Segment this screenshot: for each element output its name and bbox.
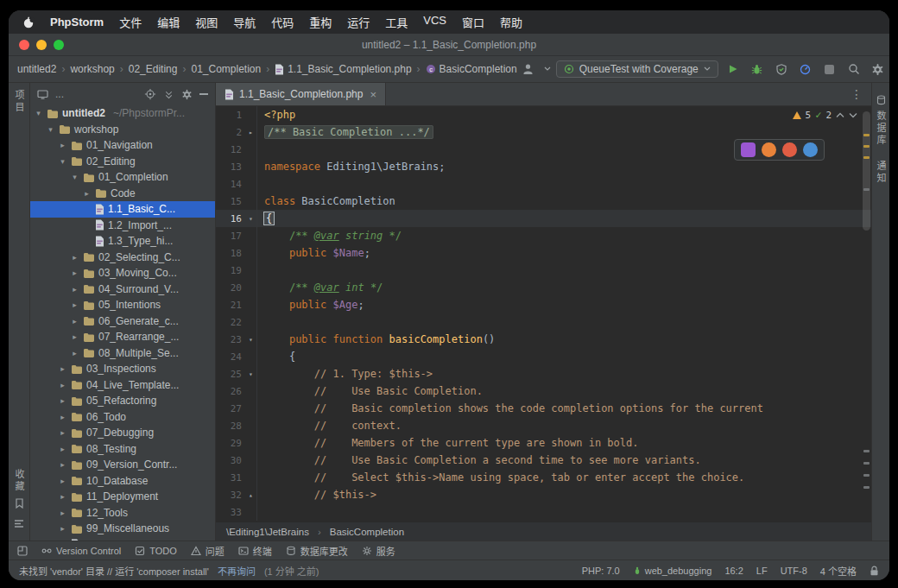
indent-widget[interactable]: 4 个空格 <box>820 564 857 578</box>
tree-chevron-icon[interactable]: ▸ <box>82 189 92 198</box>
run-with-coverage-button[interactable] <box>772 60 791 79</box>
tree-chevron-icon[interactable]: ▾ <box>34 109 43 117</box>
tree-item[interactable]: ▸08_Multiple_Se... <box>30 345 215 362</box>
tool-window-problems[interactable]: 问题 <box>191 544 224 558</box>
tree-item[interactable]: ▾untitled2~/PhpstormPr... <box>30 105 215 122</box>
code-line[interactable]: 33 <box>216 503 871 521</box>
php-version-widget[interactable]: PHP: 7.0 <box>582 566 620 576</box>
menu-item[interactable]: 工具 <box>385 14 408 30</box>
code-line[interactable]: 15class BasicCompletion <box>216 193 871 210</box>
tree-item[interactable]: ▸01_Navigation <box>30 137 215 154</box>
fold-marker-icon[interactable]: ▴ <box>245 486 257 503</box>
tree-chevron-icon[interactable]: ▸ <box>70 285 79 294</box>
profiler-button[interactable] <box>796 60 815 79</box>
breadcrumb-namespace[interactable]: \Editing1\JetBrains <box>226 527 309 537</box>
tree-item[interactable]: ▸06_Todo <box>30 409 215 426</box>
tool-window-services[interactable]: 服务 <box>362 544 395 558</box>
tool-window-button-project[interactable]: 项目 <box>12 90 26 114</box>
tab-options-icon[interactable]: ⋮ <box>842 87 871 101</box>
code-line[interactable]: 25▾ // 1. Type: $this-> <box>216 365 871 383</box>
menu-item[interactable]: 运行 <box>347 14 370 30</box>
close-window-button[interactable] <box>19 40 29 50</box>
caret-position-widget[interactable]: 16:2 <box>724 566 743 576</box>
stop-button[interactable] <box>820 60 839 79</box>
code-line[interactable]: 2▸/** Basic Completion ...*/ <box>216 123 871 141</box>
menu-item[interactable]: VCS <box>423 14 446 30</box>
tree-chevron-icon[interactable]: ▾ <box>46 125 55 134</box>
code-with-me-user-icon[interactable] <box>520 60 539 79</box>
minimize-window-button[interactable] <box>36 40 47 50</box>
tree-chevron-icon[interactable]: ▸ <box>58 524 67 533</box>
debug-button[interactable] <box>748 60 767 79</box>
ide-browser-icon[interactable] <box>741 142 756 157</box>
tree-chevron-icon[interactable]: ▸ <box>58 364 67 373</box>
edge-icon[interactable] <box>803 142 818 157</box>
run-configuration-select[interactable]: QueueTest with Coverage <box>556 60 718 78</box>
tree-item[interactable]: ▸09_Version_Contr... <box>30 457 215 473</box>
fold-marker-icon[interactable]: ▾ <box>245 331 257 348</box>
tree-chevron-icon[interactable]: ▸ <box>70 317 79 326</box>
tree-chevron-icon[interactable]: ▸ <box>58 460 67 469</box>
tree-chevron-icon[interactable]: ▾ <box>70 173 79 181</box>
tree-chevron-icon[interactable]: ▸ <box>58 413 67 421</box>
tree-item[interactable]: ▸03_Moving_Co... <box>30 265 215 281</box>
tree-chevron-icon[interactable]: ▸ <box>58 509 67 517</box>
menu-item[interactable]: 视图 <box>195 14 218 30</box>
tool-window-switcher-icon[interactable] <box>17 546 28 556</box>
tree-item[interactable]: ▾02_Editing <box>30 154 215 170</box>
tree-item[interactable]: ▸06_Generate_c... <box>30 313 215 330</box>
lock-icon[interactable] <box>870 566 879 576</box>
code-line[interactable]: 30 // Use Basic Completion a second time… <box>216 452 871 469</box>
collapse-all-icon[interactable] <box>163 89 174 100</box>
tree-item[interactable]: ▸99_Miscellaneous <box>30 521 215 537</box>
tool-window-database-changes[interactable]: 数据库更改 <box>286 544 348 558</box>
breadcrumb-project[interactable]: untitled2 <box>17 63 56 75</box>
tool-window-button-notifications[interactable]: 通知 <box>874 161 888 185</box>
tree-chevron-icon[interactable]: ▸ <box>70 300 79 309</box>
tree-item[interactable]: 1.2_Import_... <box>30 218 215 234</box>
code-line[interactable]: 29 // Members of the current type are sh… <box>216 434 871 452</box>
code-line[interactable]: 21 public $Age; <box>216 296 871 313</box>
bookmark-icon[interactable] <box>15 498 24 509</box>
code-line[interactable]: 22 <box>216 313 871 331</box>
editor-tab[interactable]: 1.1_Basic_Completion.php × <box>216 83 386 105</box>
tree-chevron-icon[interactable]: ▸ <box>58 492 67 501</box>
tree-chevron-icon[interactable]: ▸ <box>58 396 67 405</box>
panel-settings-gear-icon[interactable] <box>181 89 193 100</box>
tree-item[interactable]: ▸10_Database <box>30 473 215 490</box>
status-action-link[interactable]: 不再询问 <box>218 564 256 578</box>
tree-item[interactable]: ▾01_Completion <box>30 169 215 186</box>
code-line[interactable]: 1<?php <box>216 106 871 123</box>
apple-icon[interactable] <box>22 16 35 28</box>
breadcrumb-class[interactable]: BasicCompletion <box>330 527 404 537</box>
menu-item[interactable]: 重构 <box>309 14 332 30</box>
locate-file-icon[interactable] <box>144 88 156 100</box>
tree-chevron-icon[interactable]: ▸ <box>70 332 79 341</box>
tree-item[interactable]: ▸08_Testing <box>30 441 215 458</box>
firefox-icon[interactable] <box>782 142 797 157</box>
tree-item[interactable]: ▸04_Live_Template... <box>30 377 215 394</box>
tree-chevron-icon[interactable]: ▸ <box>70 269 79 277</box>
breadcrumb-folder[interactable]: workshop <box>70 63 114 75</box>
line-separator-widget[interactable]: LF <box>756 566 768 576</box>
menu-item[interactable]: 帮助 <box>500 14 522 30</box>
tree-item[interactable]: ▸04_Surround_V... <box>30 281 215 298</box>
tree-chevron-icon[interactable]: ▸ <box>58 141 67 149</box>
tree-item[interactable]: ▸05_Intentions <box>30 297 215 313</box>
menu-item[interactable]: 代码 <box>271 14 294 30</box>
chevron-down-icon[interactable] <box>544 66 551 72</box>
tree-item[interactable]: ▸02_Selecting_C... <box>30 250 215 266</box>
hide-panel-icon[interactable] <box>199 90 208 98</box>
code-line[interactable]: 31 // Select $this->Name using space, ta… <box>216 469 871 486</box>
tree-chevron-icon[interactable]: ▸ <box>58 477 67 485</box>
zoom-window-button[interactable] <box>54 40 64 50</box>
tree-item[interactable]: ▸05_Refactoring <box>30 393 215 409</box>
code-line[interactable]: 17 /** @var string */ <box>216 227 871 244</box>
tree-item[interactable]: 1.3_Type_hi... <box>30 233 215 250</box>
breadcrumb-folder[interactable]: 02_Editing <box>129 63 178 75</box>
close-tab-icon[interactable]: × <box>370 88 376 101</box>
tree-item[interactable]: ▸07_Rearrange_... <box>30 329 215 345</box>
breadcrumb-file[interactable]: 1.1_Basic_Completion.php <box>275 63 411 75</box>
code-line[interactable]: 20 /** @var int */ <box>216 279 871 296</box>
tool-window-terminal[interactable]: 终端 <box>238 544 272 558</box>
